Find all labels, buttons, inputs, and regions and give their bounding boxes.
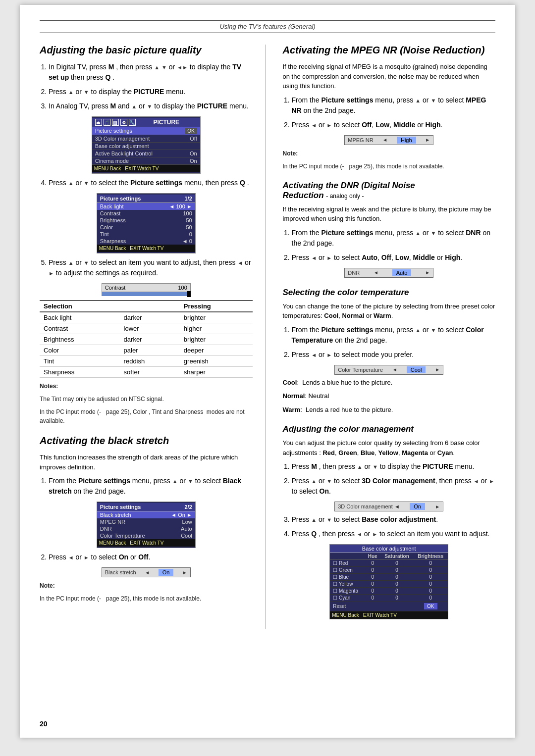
section-title-black-stretch: Activating the black stretch — [40, 435, 253, 447]
sel-left: softer — [120, 367, 180, 378]
sel-col3-header: Pressing — [180, 301, 253, 312]
ps-row-backlight: Back light ◄ 100 ► — [97, 203, 195, 210]
bc-yellow-hue: 0 — [365, 581, 380, 588]
icon-1: ⏏ — [95, 119, 102, 126]
icon-3: ▤ — [112, 119, 119, 126]
section-title-color-mgmt: Adjusting the color management — [283, 424, 496, 434]
bc-blue: ☐ Blue — [330, 574, 365, 581]
picture-menu-footer: MENU Back EXIT Watch TV — [92, 165, 200, 172]
table-row: ☐ Cyan 0 0 0 — [330, 595, 448, 602]
bs-page: 2/2 — [184, 504, 192, 510]
section-title-color-temp: Selecting the color temperature — [283, 288, 496, 298]
sel-label: Back light — [40, 312, 120, 323]
bc-green-sat: 0 — [380, 567, 414, 574]
cm-bar-label: 3D Color management ◄ — [338, 504, 400, 509]
ps-contrast-label: Contrast — [100, 210, 121, 216]
color-mgmt-steps: Press M , then press ▲ or ▼ to display t… — [283, 461, 496, 497]
basic-steps-list-3: Press ▲ or ▼ to select an item you want … — [40, 257, 253, 278]
bs-row-mpeg: MPEG NR Low — [97, 518, 195, 525]
picture-row-3d: 3D Color management Off — [92, 135, 200, 143]
bc-green: ☐ Green — [330, 567, 365, 574]
selection-table-body: Back light darker brighter Contrast lowe… — [40, 312, 253, 378]
sel-right: deeper — [180, 345, 253, 356]
black-stretch-bar: Black stretch ◄ On ► — [102, 567, 191, 577]
sel-right: brighter — [180, 334, 253, 345]
basic-step-3: In Analog TV, press M and ▲ or ▼ to disp… — [49, 101, 253, 111]
bc-red-bright: 0 — [413, 560, 448, 567]
dnr-bar-value: Auto — [392, 269, 412, 276]
ps-row-contrast: Contrast 100 — [97, 210, 195, 217]
ps-footer-menu: MENU Back — [99, 246, 126, 251]
ps-footer: MENU Back EXIT Watch TV — [97, 245, 195, 252]
bc-yellow-bright: 0 — [413, 581, 448, 588]
bc-red: ☐ Red — [330, 560, 365, 567]
bs-bar-label: Black stretch — [105, 569, 136, 575]
picture-row-backlight-label: Active Backlight Control — [95, 151, 153, 156]
bs-mpeg-label: MPEG NR — [100, 519, 125, 525]
section-title-mpeg: Activating the MPEG NR (Noise Reduction) — [283, 45, 496, 56]
color-mgmt-step-3: Press ▲ or ▼ to select Base color adjust… — [292, 514, 496, 525]
table-row: ☐ Green 0 0 0 — [330, 567, 448, 574]
table-row: Reset OK — [330, 602, 448, 611]
picture-row-3d-val: Off — [190, 136, 197, 142]
mpeg-step-1: From the Picture settings menu, press ▲ … — [292, 95, 496, 116]
dnr-bar: DNR ◄ Auto ► — [344, 268, 433, 278]
menu-icons: ⏏ 🎵 ▤ ⚙ 🔧 — [95, 119, 136, 126]
ps-row-sharpness: Sharpness ◄ 0 — [97, 238, 195, 245]
basic-step-2: Press ▲ or ▼ to display the PICTURE menu… — [49, 87, 253, 97]
sel-right: brighter — [180, 312, 253, 323]
sel-label: Tint — [40, 356, 120, 367]
color-temp-step-1: From the Picture settings menu, press ▲ … — [292, 325, 496, 346]
sel-left: reddish — [120, 356, 180, 367]
color-temp-steps: From the Picture settings menu, press ▲ … — [283, 325, 496, 360]
footer-menu: MENU Back — [94, 166, 121, 171]
ct-bar-left-arrow: ◄ — [392, 367, 397, 372]
picture-row-settings: Picture settings OK — [92, 127, 200, 135]
sel-left: darker — [120, 334, 180, 345]
table-row: ☐ Blue 0 0 0 — [330, 574, 448, 581]
dnr-bar-right-arrow: ► — [425, 270, 430, 275]
selection-table: Selection Pressing Back light darker bri… — [40, 300, 253, 378]
color-temp-intro: You can change the tone of the picture b… — [283, 302, 496, 321]
ct-bar-label: Color Temperature — [338, 367, 383, 373]
ps-title-label: Picture settings — [100, 196, 141, 202]
basic-step-4: Press ▲ or ▼ to select the Picture setti… — [49, 178, 253, 188]
ps-color-label: Color — [100, 224, 113, 230]
bc-green-bright: 0 — [413, 567, 448, 574]
bs-row-dnr: DNR Auto — [97, 525, 195, 532]
dnr-step-1: From the Picture settings menu, press ▲ … — [292, 228, 496, 249]
bc-red-sat: 0 — [380, 560, 414, 567]
section-dnr: Activating the DNR (Digital NoiseReducti… — [283, 181, 496, 278]
picture-menu-label: PICTURE — [153, 119, 179, 126]
bc-header-row: Hue Saturation Brightness — [330, 553, 448, 560]
mpeg-bar-right-arrow: ► — [425, 137, 430, 143]
picture-row-cinema-val: On — [190, 158, 197, 164]
icon-5: 🔧 — [129, 119, 136, 126]
contrast-bar-container: Contrast 100 — [102, 283, 191, 296]
bs-footer-menu: MENU Back — [99, 540, 126, 546]
bc-cyan: ☐ Cyan — [330, 595, 365, 602]
table-row: Back light darker brighter — [40, 312, 253, 323]
bs-bar-right-arrow: ► — [182, 570, 187, 575]
bs-title-label: Picture settings — [100, 504, 141, 510]
sel-left: lower — [120, 323, 180, 334]
contrast-bar-value: 100 — [178, 285, 187, 291]
picture-settings-menu: Picture settings 1/2 Back light ◄ 100 ► … — [97, 193, 196, 253]
ps-brightness-label: Brightness — [100, 217, 126, 223]
bs-bar-value: On — [159, 569, 174, 576]
ps-row-tint: Tint 0 — [97, 231, 195, 238]
dnr-intro: If the receiving signal is weak and the … — [283, 204, 496, 224]
picture-row-base-label: Base color adjustment — [95, 143, 149, 149]
icon-4: ⚙ — [120, 119, 127, 126]
dnr-step-2: Press ◄ or ► to select Auto, Off, Low, M… — [292, 252, 496, 263]
bs-colortemp-val: Cool — [181, 533, 192, 539]
bc-green-hue: 0 — [365, 567, 380, 574]
ps-footer-exit: EXIT Watch TV — [130, 246, 163, 251]
two-column-layout: Adjusting the basic picture quality In D… — [40, 45, 495, 629]
ps-tint-val: 0 — [189, 231, 192, 237]
bc-magenta-sat: 0 — [380, 588, 414, 595]
section-color-temp: Selecting the color temperature You can … — [283, 288, 496, 415]
ct-bar-value: Cool — [407, 366, 426, 373]
table-row: Brightness darker brighter — [40, 334, 253, 345]
table-row: ☐ Red 0 0 0 — [330, 560, 448, 567]
